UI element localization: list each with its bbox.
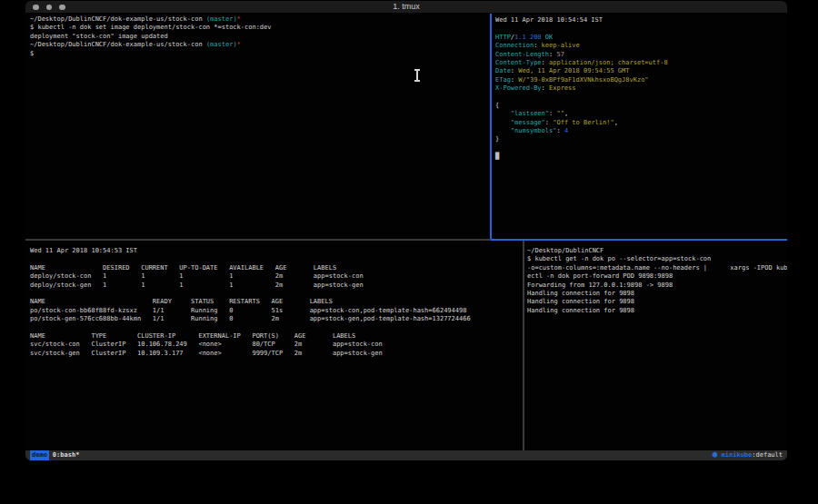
- text-segment: [495, 110, 511, 117]
- terminal-line: Forwarding from 127.0.0.1:9898 -> 9898: [527, 282, 787, 290]
- terminal-line: ~/Desktop/DublinCNCF/dok-example-us/stoc…: [30, 41, 494, 49]
- text-segment: Wed 11 Apr 2018 10:54:54 IST: [495, 16, 603, 24]
- terminal-line: Handling connection for 9898: [527, 290, 787, 298]
- text-segment: 4: [564, 127, 568, 134]
- text-segment: "message": [511, 119, 545, 126]
- terminal-line: po/stock-gen-576cc688bb-44kmn 1/1 Runnin…: [30, 315, 525, 323]
- text-segment: 1.1 200: [514, 34, 542, 41]
- text-segment: :: [542, 84, 549, 92]
- text-segment: Connection: [495, 42, 534, 49]
- text-segment: Date: [495, 67, 511, 74]
- terminal-line: NAME DESIRED CURRENT UP-TO-DATE AVAILABL…: [30, 264, 525, 272]
- text-segment: "lastseen": [511, 110, 549, 117]
- text-segment: keep-alive: [542, 42, 580, 49]
- text-segment: po/stock-con-bb68f88fd-kzsxz 1/1 Running…: [30, 307, 466, 314]
- text-segment: }: [495, 135, 499, 143]
- title-bar[interactable]: 1. tmux: [25, 1, 787, 14]
- text-segment: :: [556, 127, 564, 134]
- text-segment: Forwarding from 127.0.0.1:9898 -> 9898: [527, 282, 673, 289]
- text-segment: ectl -n dok port-forward POD 9898:9898: [527, 272, 673, 280]
- pane-shell-stock-con[interactable]: ~/Desktop/DublinCNCF/dok-example-us/stoc…: [25, 14, 494, 241]
- text-segment: *: [237, 41, 241, 48]
- text-segment: Content-Type: [495, 59, 542, 66]
- text-segment: (master): [206, 41, 237, 48]
- text-segment: deploy/stock-gen 1 1 1 1 2m app=stock-ge…: [30, 282, 364, 289]
- text-segment: Wed, 11 Apr 2018 09:54:55 GMT: [518, 67, 629, 74]
- text-segment: OK: [545, 34, 553, 41]
- terminal-line: [30, 290, 525, 298]
- terminal-line: ~/Desktop/DublinCNCF/dok-example-us/stoc…: [30, 15, 494, 24]
- text-segment: svc/stock-con ClusterIP 10.106.78.249 <n…: [30, 341, 383, 348]
- session-name-badge[interactable]: demo: [30, 450, 49, 460]
- text-segment: NAME TYPE CLUSTER-IP EXTERNAL-IP PORT(S)…: [30, 332, 355, 340]
- terminal-window: 1. tmux ~/Desktop/DublinCNCF/dok-example…: [25, 1, 787, 460]
- terminal-line: Wed 11 Apr 2018 10:54:53 IST: [30, 247, 525, 255]
- terminal-line: Connection: keep-alive: [495, 42, 787, 50]
- desktop: 1. tmux ~/Desktop/DublinCNCF/dok-example…: [0, 0, 818, 504]
- terminal-line: deployment "stock-con" image updated: [30, 33, 494, 41]
- text-segment: *: [237, 15, 241, 23]
- text-segment: Content-Length: [495, 51, 549, 58]
- text-segment: [495, 119, 511, 126]
- text-segment: Handling connection for 9898: [527, 298, 634, 305]
- pane-http-response-watch[interactable]: Wed 11 Apr 2018 10:54:54 IST HTTP/1.1 20…: [492, 14, 787, 242]
- terminal-line: Handling connection for 9898: [527, 307, 787, 315]
- terminal-line: ectl -n dok port-forward POD 9898:9898: [527, 272, 787, 281]
- terminal-line: [495, 94, 787, 102]
- terminal-line: [30, 255, 525, 263]
- text-segment: "Off to Berlin!": [553, 119, 614, 126]
- text-segment: svc/stock-gen ClusterIP 10.109.3.177 <no…: [30, 350, 383, 357]
- terminal-line: deploy/stock-gen 1 1 1 1 2m app=stock-ge…: [30, 282, 525, 290]
- terminal-line: $: [30, 50, 494, 58]
- terminal-line: Content-Length: 57: [495, 51, 787, 59]
- status-left: demo 0:bash*: [30, 450, 79, 460]
- terminal-line: }: [495, 135, 787, 143]
- terminal-line: $ kubectl get -n dok po --selector=app=s…: [527, 255, 787, 263]
- terminal-line: Date: Wed, 11 Apr 2018 09:54:55 GMT: [495, 67, 787, 75]
- mouse-ibeam-cursor: [414, 69, 421, 82]
- text-segment: $ kubectl -n dok set image deployment/st…: [30, 24, 272, 31]
- status-right: ⬢ minikube :default: [712, 450, 783, 460]
- terminal-line: "lastseen": "",: [495, 110, 787, 118]
- terminal-line: "numsymbols": 4: [495, 127, 787, 135]
- terminal-line: po/stock-con-bb68f88fd-kzsxz 1/1 Running…: [30, 307, 525, 315]
- terminal-line: ETag: W/"39-0xBPf9aF1dXVNkhsxoBQgJ8vKzo": [495, 76, 787, 84]
- text-segment: ,: [614, 119, 618, 126]
- text-segment: [495, 127, 511, 134]
- kube-context: minikube: [717, 450, 752, 460]
- terminal-line: "message": "Off to Berlin!",: [495, 119, 787, 127]
- text-segment: -o=custom-columns=:metadata.name --no-he…: [527, 264, 787, 272]
- text-segment: ,: [564, 110, 568, 117]
- text-segment: 57: [556, 51, 564, 58]
- terminal-line: svc/stock-con ClusterIP 10.106.78.249 <n…: [30, 341, 525, 349]
- text-segment: (master): [206, 15, 237, 23]
- terminal-line: [495, 144, 787, 153]
- terminal-line: [495, 25, 787, 33]
- text-segment: :: [534, 42, 541, 49]
- terminal-line: HTTP/1.1 200 OK: [495, 34, 787, 42]
- window-label[interactable]: 0:bash*: [53, 450, 80, 460]
- text-segment: ~/Desktop/DublinCNCF: [527, 247, 604, 254]
- text-segment: {: [495, 102, 499, 109]
- text-segment: deployment "stock-con" image updated: [30, 33, 168, 40]
- window-title: 1. tmux: [25, 2, 787, 11]
- terminal-line: Wed 11 Apr 2018 10:54:54 IST: [495, 16, 787, 25]
- text-segment: Wed 11 Apr 2018 10:54:53 IST: [30, 247, 137, 254]
- terminal-line: $ kubectl -n dok set image deployment/st…: [30, 24, 494, 32]
- terminal-line: [30, 324, 525, 332]
- terminal-line: NAME READY STATUS RESTARTS AGE LABELS: [30, 298, 525, 306]
- text-segment: NAME READY STATUS RESTARTS AGE LABELS: [30, 298, 333, 305]
- text-segment: "": [556, 110, 564, 117]
- kube-namespace: :default: [752, 450, 783, 460]
- text-segment: ETag: [495, 76, 511, 84]
- terminal-line: █: [495, 153, 787, 161]
- terminal-line: deploy/stock-con 1 1 1 1 2m app=stock-co…: [30, 272, 525, 281]
- text-segment: ~/Desktop/DublinCNCF/dok-example-us/stoc…: [30, 41, 206, 48]
- terminal-line: NAME TYPE CLUSTER-IP EXTERNAL-IP PORT(S)…: [30, 332, 525, 341]
- terminal-line: Handling connection for 9898: [527, 298, 787, 306]
- pane-kubectl-get-watch[interactable]: Wed 11 Apr 2018 10:54:53 IST NAME DESIRE…: [25, 241, 525, 457]
- pane-port-forward[interactable]: ~/Desktop/DublinCNCF$ kubectl get -n dok…: [524, 241, 787, 457]
- text-segment: application/json; charset=utf-8: [549, 59, 668, 66]
- text-segment: :: [542, 59, 549, 66]
- text-segment: "numsymbols": [511, 127, 557, 134]
